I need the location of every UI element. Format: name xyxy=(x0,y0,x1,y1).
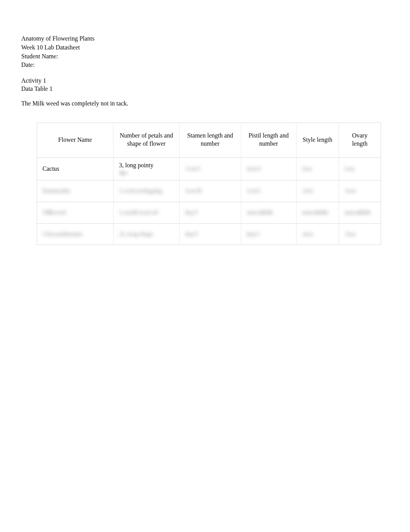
redacted-text: unavailable xyxy=(344,209,371,216)
redacted-text: .5cm xyxy=(302,187,313,194)
redacted-text: 5, small recurved xyxy=(119,209,158,216)
redacted-text: tiny/1 xyxy=(247,231,259,238)
activity-title: Activity 1 xyxy=(21,77,389,85)
doc-subtitle: Week 10 Lab Datasheet xyxy=(21,44,389,52)
cell-stamen: 1cm/30 xyxy=(179,180,241,202)
redacted-text: 3cm xyxy=(302,165,312,172)
redacted-text: unavailable xyxy=(247,209,273,216)
cell-flower-name: Chrysanthemum xyxy=(37,223,113,245)
col-ovary: Ovary length xyxy=(339,122,381,157)
redacted-text: Milkweed xyxy=(42,209,66,216)
cell-pistil: unavailable xyxy=(241,202,296,223)
activity-heading: Activity 1 Data Table 1 xyxy=(21,77,389,93)
col-stamen: Stamen length and number xyxy=(179,122,241,157)
cell-stamen: 3 cm/3 xyxy=(179,157,241,180)
col-flower-name: Flower Name xyxy=(37,122,113,157)
activity-subtitle: Data Table 1 xyxy=(21,85,389,93)
table-header-row: Flower Name Number of petals and shape o… xyxy=(37,122,381,157)
cell-style: 3cm xyxy=(296,157,339,180)
doc-title: Anatomy of Flowering Plants xyxy=(21,35,389,43)
redacted-text: unavailable xyxy=(302,209,328,216)
redacted-text: .4cm xyxy=(302,231,313,238)
cell-flower-name: Cactus xyxy=(37,157,113,180)
cell-pistil: 1cm/1 xyxy=(241,180,296,202)
redacted-text: .3cm xyxy=(344,231,355,238)
table-row: Ranunculus 5, oval overlapping 1cm/30 1c… xyxy=(37,180,381,202)
cell-flower-name: Ranunculus xyxy=(37,180,113,202)
cell-petals: 21, strap shape xyxy=(113,223,179,245)
redacted-text: Chrysanthemum xyxy=(42,231,82,238)
redacted-text: tiny/5 xyxy=(185,209,198,216)
redacted-text: 3 cm/3 xyxy=(185,165,200,172)
cell-flower-name: Milkweed xyxy=(37,202,113,223)
doc-header: Anatomy of Flowering Plants Week 10 Lab … xyxy=(21,35,389,69)
col-style: Style length xyxy=(296,122,339,157)
cell-ovary: 1cm xyxy=(339,157,381,180)
cell-petals: 5, oval overlapping xyxy=(113,180,179,202)
activity-note: The Milk weed was completely not in tack… xyxy=(21,100,389,107)
cell-pistil: 4cm/3 xyxy=(241,157,296,180)
redacted-text: Ranunculus xyxy=(42,187,70,194)
redacted-text: tiny/5 xyxy=(185,231,198,238)
cell-ovary: .5cm xyxy=(339,180,381,202)
student-name-line: Student Name: xyxy=(21,53,389,61)
flower-table: Flower Name Number of petals and shape o… xyxy=(37,122,381,245)
redacted-text: tips xyxy=(119,169,127,176)
redacted-text: 5, oval overlapping xyxy=(119,187,162,194)
col-petals: Number of petals and shape of flower xyxy=(113,122,179,157)
cell-petals: 5, small recurved xyxy=(113,202,179,223)
cell-pistil: tiny/1 xyxy=(241,223,296,245)
redacted-text: .5cm xyxy=(344,187,355,194)
table-row: Chrysanthemum 21, strap shape tiny/5 tin… xyxy=(37,223,381,245)
data-table-1: Flower Name Number of petals and shape o… xyxy=(37,122,381,245)
table-row: Cactus 3, long pointy tips 3 cm/3 4cm/3 … xyxy=(37,157,381,180)
redacted-text: 21, strap shape xyxy=(119,231,153,238)
col-pistil: Pistil length and number xyxy=(241,122,296,157)
cell-style: .5cm xyxy=(296,180,339,202)
cell-style: unavailable xyxy=(296,202,339,223)
cell-text: 3, long pointy xyxy=(119,161,153,169)
cell-stamen: tiny/5 xyxy=(179,223,241,245)
cell-text: Cactus xyxy=(42,165,59,173)
cell-ovary: .3cm xyxy=(339,223,381,245)
redacted-text: 1cm/30 xyxy=(185,187,202,194)
cell-ovary: unavailable xyxy=(339,202,381,223)
cell-stamen: tiny/5 xyxy=(179,202,241,223)
date-line: Date: xyxy=(21,61,389,69)
cell-petals: 3, long pointy tips xyxy=(113,157,179,180)
table-row: Milkweed 5, small recurved tiny/5 unavai… xyxy=(37,202,381,223)
redacted-text: 1cm/1 xyxy=(247,187,261,194)
redacted-text: 4cm/3 xyxy=(247,165,261,172)
redacted-text: 1cm xyxy=(344,165,354,172)
cell-style: .4cm xyxy=(296,223,339,245)
